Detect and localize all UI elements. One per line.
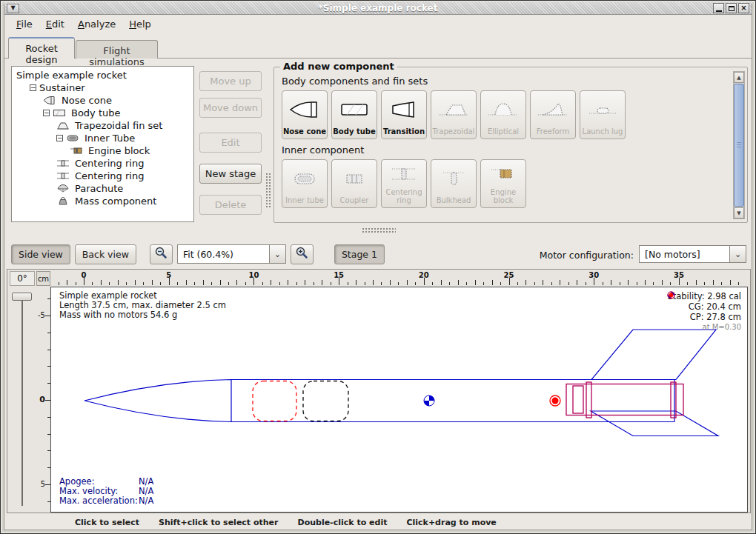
ruler-tick	[492, 280, 493, 285]
window-menu-icon[interactable]: ▼	[7, 4, 19, 13]
add-elliptical-button[interactable]: Elliptical	[480, 90, 526, 139]
zoom-in-icon	[294, 246, 309, 263]
ruler-tick	[177, 282, 178, 285]
ruler-tick	[152, 280, 153, 285]
add-coupler-button[interactable]: Coupler	[331, 159, 377, 208]
scrollbar-thumb[interactable]	[734, 84, 744, 207]
zoom-in-button[interactable]	[291, 244, 314, 264]
ruler-tick	[101, 280, 102, 285]
move-up-button[interactable]: Move up	[199, 71, 262, 91]
flight-stat-value: N/A	[139, 496, 153, 506]
component-tree[interactable]: Simple example rocket−SustainerNose cone…	[11, 66, 194, 222]
close-button[interactable]: ×	[738, 3, 749, 13]
add-engine-block-button[interactable]: Engine block	[480, 159, 526, 208]
scroll-down-icon[interactable]: ▼	[734, 207, 744, 218]
status-hint: Double-click to edit	[298, 518, 388, 527]
chevron-down-icon[interactable]: ⌄	[269, 244, 286, 264]
tree-item-label: Simple example rocket	[16, 70, 127, 81]
ruler-tick	[525, 280, 526, 285]
add-trapezoidal-button[interactable]: Trapezoidal	[431, 90, 477, 139]
ruler-tick	[228, 282, 229, 285]
rotation-angle-field[interactable]: 0°	[10, 271, 35, 286]
horizontal-ruler: 05101520253035	[50, 271, 748, 286]
tree-item-parachute[interactable]: Parachute	[12, 182, 193, 195]
delete-button[interactable]: Delete	[199, 195, 262, 215]
tree-action-buttons: Move upMove downEditNew stageDelete	[199, 71, 262, 215]
ruler-tick	[390, 280, 391, 285]
new-stage-button[interactable]: New stage	[199, 164, 262, 184]
tree-item-inner-tube[interactable]: −Inner Tube	[12, 132, 193, 144]
scroll-up-icon[interactable]: ▲	[734, 72, 744, 83]
menu-file[interactable]: File	[10, 16, 39, 32]
centeringring-icon	[382, 160, 426, 188]
move-down-button[interactable]: Move down	[199, 98, 262, 118]
menu-analyze[interactable]: Analyze	[71, 16, 122, 32]
ruler-tick	[645, 280, 646, 285]
rocket-canvas[interactable]: Simple example rocketLength 37.5 cm, max…	[50, 287, 748, 513]
add-bulkhead-button[interactable]: Bulkhead	[431, 159, 477, 208]
collapse-icon[interactable]: −	[56, 135, 63, 141]
ruler-tick	[534, 282, 535, 285]
add-freeform-button[interactable]: Freeform	[530, 90, 576, 139]
tree-item-label: Parachute	[75, 183, 123, 194]
minimize-icon	[716, 10, 722, 12]
rocket-info: Simple example rocketLength 37.5 cm, max…	[59, 291, 226, 320]
chevron-down-icon[interactable]: ⌄	[729, 245, 746, 263]
maximize-button[interactable]	[726, 3, 737, 13]
tree-item-sustainer[interactable]: −Sustainer	[12, 81, 193, 94]
launchlug-icon	[580, 91, 625, 127]
component-button-label: Trapezoidal	[433, 127, 475, 136]
edit-button[interactable]: Edit	[199, 133, 262, 153]
stage-1-toggle[interactable]: Stage 1	[334, 244, 385, 264]
motor-configuration-combobox[interactable]: [No motors] ⌄	[639, 245, 746, 264]
ruler-tick	[45, 484, 50, 485]
ruler-tick	[586, 282, 586, 285]
fintrap-icon	[431, 91, 476, 127]
vertical-splitter-handle[interactable]	[265, 173, 271, 208]
ruler-tick	[441, 280, 442, 285]
tree-item-centering-ring[interactable]: Centering ring	[12, 157, 193, 170]
add-centering-ring-button[interactable]: Centering ring	[381, 159, 427, 208]
tree-item-engine-block[interactable]: Engine block	[12, 144, 193, 157]
add-inner-tube-button[interactable]: Inner tube	[282, 159, 328, 208]
tree-item-body-tube[interactable]: −Body tube	[12, 107, 193, 119]
collapse-icon[interactable]: −	[43, 110, 50, 116]
minimize-button[interactable]	[713, 3, 724, 13]
add-transition-button[interactable]: Transition	[381, 90, 427, 139]
ruler-tick	[126, 282, 127, 285]
tree-item-mass-component[interactable]: Mass component	[12, 195, 193, 207]
ruler-tick	[398, 282, 399, 285]
ruler-tick	[500, 282, 501, 285]
ruler-tick	[449, 282, 450, 285]
zoom-level-combobox[interactable]: Fit (60.4%) ⌄	[177, 244, 286, 264]
ruler-tick	[407, 280, 408, 285]
centeringring-icon	[56, 171, 71, 181]
add-launch-lug-button[interactable]: Launch lug	[580, 90, 626, 139]
side-view-button[interactable]: Side view	[11, 244, 70, 264]
collapse-icon[interactable]: −	[30, 84, 36, 91]
tree-item-centering-ring[interactable]: Centering ring	[12, 170, 193, 182]
tree-item-simple-example-rocket[interactable]: Simple example rocket	[12, 69, 193, 81]
horizontal-splitter-handle[interactable]	[362, 227, 396, 234]
close-icon: ×	[740, 4, 746, 12]
tab-rocket-design[interactable]: Rocket design	[8, 37, 75, 59]
component-button-label: Launch lug	[583, 127, 623, 136]
ruler-tick	[331, 282, 331, 285]
add-body-tube-button[interactable]: Body tube	[331, 90, 377, 139]
menu-edit[interactable]: Edit	[39, 16, 71, 32]
slider-handle[interactable]	[12, 293, 32, 301]
tree-item-trapezoidal-fin-set[interactable]: Trapezoidal fin set	[12, 119, 193, 132]
ruler-tick	[220, 280, 221, 285]
back-view-button[interactable]: Back view	[75, 244, 136, 264]
menu-help[interactable]: Help	[122, 16, 158, 32]
ruler-tick	[118, 280, 119, 285]
add-nose-cone-button[interactable]: Nose cone	[282, 90, 328, 139]
ruler-tick	[611, 280, 611, 285]
component-panel-scrollbar[interactable]: ▲ ▼	[733, 71, 745, 219]
mach-condition: at M=0.30	[667, 322, 741, 333]
tab-flight-simulations[interactable]: Flight simulations	[76, 40, 158, 59]
tree-item-nose-cone[interactable]: Nose cone	[12, 94, 193, 107]
zoom-out-button[interactable]	[150, 244, 173, 264]
component-button-label: Inner tube	[285, 196, 324, 204]
rotation-slider[interactable]	[10, 288, 35, 510]
